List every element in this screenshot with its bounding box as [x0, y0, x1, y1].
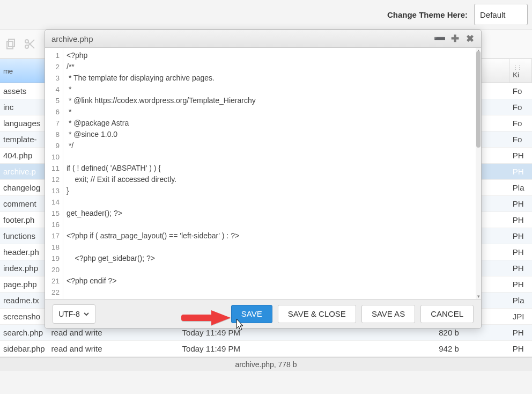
dialog-title: archive.php	[51, 34, 430, 43]
drag-handle-icon: ⋮⋮	[513, 64, 521, 70]
scissors-icon[interactable]	[24, 38, 36, 50]
scroll-down-icon[interactable]: ▾	[476, 294, 481, 299]
encoding-value: UTF-8	[58, 310, 80, 318]
svg-point-2	[25, 40, 28, 43]
svg-rect-0	[9, 39, 14, 47]
chevron-down-icon	[83, 311, 90, 317]
col-kind[interactable]: ⋮⋮ Ki	[509, 59, 532, 83]
save-close-button[interactable]: SAVE & CLOSE	[278, 305, 356, 323]
theme-select[interactable]: Default	[474, 4, 528, 25]
table-row[interactable]: sidebar.phpread and writeToday 11:49 PM9…	[0, 341, 532, 357]
svg-rect-1	[7, 41, 13, 49]
cancel-button[interactable]: CANCEL	[420, 305, 474, 323]
theme-select-value: Default	[480, 10, 506, 19]
dialog-header[interactable]: archive.php ➖ ✚ ✖	[45, 30, 481, 48]
save-button[interactable]: SAVE	[231, 305, 272, 323]
maximize-icon[interactable]: ✚	[450, 34, 460, 43]
line-gutter: 12345678910111213141516171819202122	[45, 48, 63, 299]
editor-dialog: archive.php ➖ ✚ ✖ 1234567891011121314151…	[45, 30, 482, 329]
svg-point-3	[25, 45, 28, 48]
scrollbar[interactable]: ▴ ▾	[476, 48, 481, 299]
col-name[interactable]: me	[0, 59, 48, 83]
close-icon[interactable]: ✖	[465, 34, 475, 43]
dialog-footer: UTF-8 SAVE SAVE & CLOSE SAVE AS CANCEL	[45, 299, 481, 328]
code-area[interactable]: <?php/** * The template for displaying a…	[63, 48, 476, 299]
copy-icon[interactable]	[5, 38, 18, 50]
code-editor[interactable]: 12345678910111213141516171819202122 <?ph…	[45, 48, 481, 299]
change-theme-label: Change Theme Here:	[387, 10, 468, 19]
topbar: Change Theme Here: Default	[0, 0, 532, 29]
status-bar: archive.php, 778 b	[0, 357, 532, 371]
encoding-select[interactable]: UTF-8	[53, 304, 95, 324]
scroll-thumb[interactable]	[476, 51, 481, 148]
minimize-icon[interactable]: ➖	[435, 34, 445, 43]
save-as-button[interactable]: SAVE AS	[361, 305, 415, 323]
